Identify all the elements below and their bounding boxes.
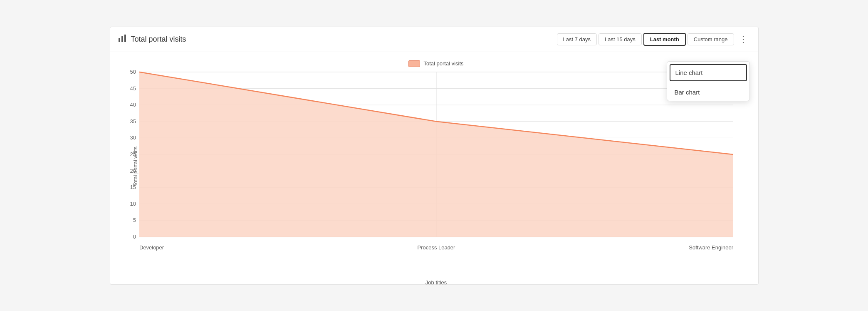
y-tick-30: 30	[130, 134, 136, 141]
y-axis-label: Total portal visits	[132, 147, 138, 187]
bar-chart-icon	[118, 34, 127, 45]
line-chart-option[interactable]: Line chart	[670, 64, 747, 81]
last-7-days-btn[interactable]: Last 7 days	[557, 33, 597, 45]
custom-range-btn[interactable]: Custom range	[687, 33, 734, 45]
chart-title-group: Total portal visits	[118, 34, 186, 45]
y-tick-0: 0	[133, 233, 136, 239]
legend-swatch	[408, 60, 420, 67]
more-options-btn[interactable]: ⋮	[736, 33, 751, 45]
y-tick-40: 40	[130, 102, 136, 108]
chart-container: Total portal visits Last 7 days Last 15 …	[110, 27, 759, 285]
y-tick-45: 45	[130, 85, 136, 91]
y-tick-5: 5	[133, 217, 136, 223]
svg-rect-2	[124, 35, 126, 42]
y-tick-10: 10	[130, 200, 136, 207]
x-tick-developer: Developer	[139, 244, 164, 250]
x-tick-process-leader: Process Leader	[417, 244, 455, 250]
chart-type-dropdown: Line chart Bar chart	[667, 61, 750, 101]
last-month-btn[interactable]: Last month	[643, 33, 686, 46]
svg-rect-0	[119, 38, 120, 42]
svg-rect-1	[121, 36, 123, 42]
legend-label: Total portal visits	[423, 60, 463, 67]
chart-title: Total portal visits	[131, 35, 186, 44]
y-tick-50: 50	[130, 69, 136, 75]
x-tick-software-engineer: Software Engineer	[689, 244, 733, 250]
y-tick-35: 35	[130, 118, 136, 124]
chart-area: Total portal visits Job titles	[139, 72, 733, 261]
main-svg: 0 5 10 15 20 25 30 35 40 45 50 Developer…	[139, 72, 733, 261]
chart-legend: Total portal visits	[139, 60, 733, 67]
last-15-days-btn[interactable]: Last 15 days	[598, 33, 642, 45]
chart-header: Total portal visits Last 7 days Last 15 …	[110, 27, 758, 52]
bar-chart-option[interactable]: Bar chart	[667, 84, 749, 101]
x-axis-label: Job titles	[425, 279, 447, 286]
header-controls: Last 7 days Last 15 days Last month Cust…	[557, 33, 751, 46]
chart-body: Total portal visits Total portal visits …	[110, 52, 758, 298]
